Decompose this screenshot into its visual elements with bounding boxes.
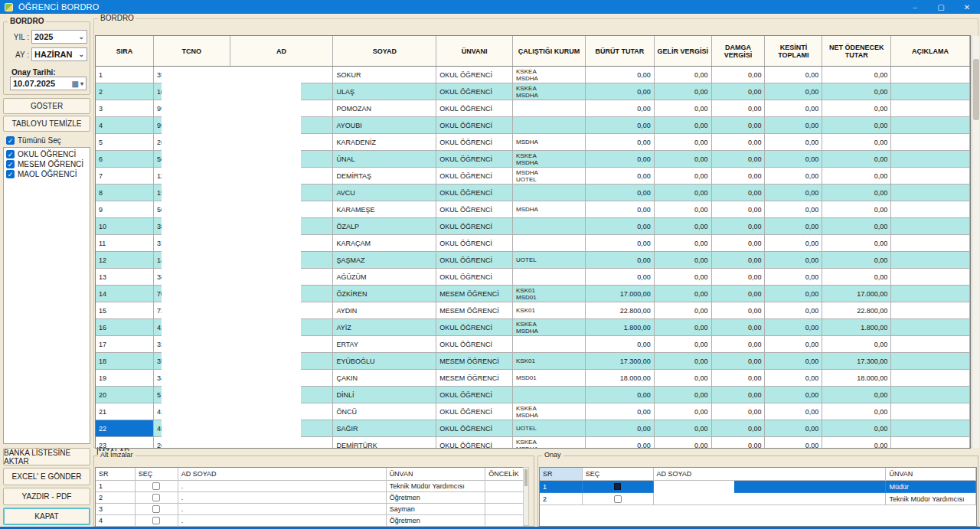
cell-kesinti[interactable]: 0,00: [765, 67, 822, 83]
cell-soyad[interactable]: KARAÇAM: [333, 235, 436, 252]
cell-kurum[interactable]: [513, 218, 586, 235]
maximize-button[interactable]: ▢: [928, 0, 954, 14]
cell-unvan[interactable]: MESEM ÖĞRENCİ: [436, 286, 513, 302]
checkbox-checked-icon[interactable]: ✓: [6, 160, 15, 168]
cell-net[interactable]: 0,00: [822, 134, 891, 151]
cell-aciklama[interactable]: [891, 151, 970, 168]
cell-kesinti[interactable]: 0,00: [765, 437, 822, 448]
cell-soyad[interactable]: AYOUBI: [333, 117, 436, 134]
cell-kesinti[interactable]: 0,00: [765, 235, 822, 252]
cell-kurum[interactable]: KSK01: [513, 302, 586, 319]
cell-unvan[interactable]: Teknik Müdür Yardımcısı: [886, 493, 976, 505]
cell-unvan[interactable]: MESEM ÖĞRENCİ: [436, 353, 513, 370]
goster-button[interactable]: GÖSTER: [3, 98, 90, 114]
cell-sira[interactable]: 1: [96, 67, 154, 83]
table-row[interactable]: 2248SAĞIROKUL ÖĞRENCİUOTEL0,000,000,000,…: [96, 420, 970, 437]
cell-damga[interactable]: 0,00: [712, 67, 766, 83]
cell-gelir[interactable]: 0,00: [655, 370, 712, 387]
cell-aciklama[interactable]: [891, 134, 970, 151]
cell-sira[interactable]: 16: [96, 319, 154, 336]
cell-sira[interactable]: 21: [96, 403, 154, 420]
cell-unvan[interactable]: OKUL ÖĞRENCİ: [436, 437, 513, 448]
column-header[interactable]: SOYAD: [333, 36, 436, 66]
cell-unvan[interactable]: Öğretmen: [387, 515, 486, 527]
cell-unvan[interactable]: MESEM ÖĞRENCİ: [436, 302, 513, 319]
cell-kesinti[interactable]: 0,00: [765, 420, 822, 437]
cell-unvan[interactable]: OKUL ÖĞRENCİ: [436, 201, 513, 218]
cell-aciklama[interactable]: [891, 370, 970, 387]
cell-kurum[interactable]: KSKEA MSDHA: [513, 67, 586, 83]
cell-unvan[interactable]: OKUL ÖĞRENCİ: [436, 269, 513, 286]
cell-sira[interactable]: 6: [96, 151, 154, 168]
cell-net[interactable]: 0,00: [822, 67, 891, 83]
cell-sr[interactable]: 4: [96, 515, 136, 527]
cell-soyad[interactable]: AYİZ: [333, 319, 436, 336]
cell-kurum[interactable]: [513, 100, 586, 117]
yil-select[interactable]: 2025 ⌄: [31, 30, 87, 44]
checkbox-unchecked-icon[interactable]: [152, 505, 160, 513]
cell-brut[interactable]: 17.300,00: [586, 353, 655, 370]
cell-aciklama[interactable]: [891, 420, 970, 437]
cell-kesinti[interactable]: 0,00: [765, 83, 822, 100]
cell-kurum[interactable]: KSK01: [513, 353, 586, 370]
cell-sec[interactable]: [136, 515, 178, 527]
cell-soyad[interactable]: DİNLİ: [333, 387, 436, 403]
cell-kurum[interactable]: KSKEA MSDHA: [513, 83, 586, 100]
cell-kurum[interactable]: MSD01: [513, 370, 586, 387]
cell-brut[interactable]: 0,00: [586, 83, 655, 100]
cell-ad-soyad[interactable]: .: [178, 492, 387, 504]
cell-brut[interactable]: 22.800,00: [586, 302, 655, 319]
checkbox-unchecked-icon[interactable]: [152, 494, 160, 501]
column-header[interactable]: SR: [540, 468, 583, 481]
column-header[interactable]: DAMGA VERGİSİ: [712, 36, 766, 66]
cell-sira[interactable]: 10: [96, 218, 154, 235]
cell-sec[interactable]: [136, 504, 178, 515]
cell-kesinti[interactable]: 0,00: [765, 336, 822, 353]
cell-soyad[interactable]: ERTAY: [333, 336, 436, 353]
cell-brut[interactable]: 0,00: [586, 387, 655, 403]
cell-kurum[interactable]: [513, 184, 586, 201]
cell-kesinti[interactable]: 0,00: [765, 370, 822, 387]
cell-sec[interactable]: [583, 493, 654, 505]
table-row[interactable]: 2Teknik Müdür Yardımcısı: [540, 493, 976, 505]
table-row[interactable]: 1.Teknik Müdür Yardımcısı: [96, 481, 524, 492]
cell-net[interactable]: 0,00: [822, 151, 891, 168]
cell-unvan[interactable]: Öğretmen: [387, 492, 486, 504]
cell-net[interactable]: 22.800,00: [822, 302, 891, 319]
filter-list-item[interactable]: ✓MAOL ÖĞRENCİ: [6, 169, 90, 179]
cell-sr[interactable]: 3: [96, 504, 136, 515]
cell-sira[interactable]: 15: [96, 302, 154, 319]
cell-unvan[interactable]: OKUL ÖĞRENCİ: [436, 67, 513, 83]
cell-ad-soyad[interactable]: .: [178, 515, 387, 527]
table-row[interactable]: 2143ÖNCÜOKUL ÖĞRENCİKSKEA MSDHA0,000,000…: [96, 403, 970, 420]
cell-damga[interactable]: 0,00: [712, 235, 766, 252]
cell-gelir[interactable]: 0,00: [655, 286, 712, 302]
cell-damga[interactable]: 0,00: [712, 117, 766, 134]
cell-brut[interactable]: 0,00: [586, 437, 655, 448]
cell-unvan[interactable]: OKUL ÖĞRENCİ: [436, 252, 513, 269]
table-row[interactable]: 3.Sayman: [96, 504, 524, 515]
cell-sira[interactable]: 14: [96, 286, 154, 302]
cell-kesinti[interactable]: 0,00: [765, 218, 822, 235]
column-header[interactable]: AD SOYAD: [654, 468, 887, 481]
cell-sira[interactable]: 13: [96, 269, 154, 286]
cell-kurum[interactable]: [513, 269, 586, 286]
cell-damga[interactable]: 0,00: [712, 218, 766, 235]
cell-unvan[interactable]: Sayman: [387, 504, 486, 515]
cell-gelir[interactable]: 0,00: [655, 201, 712, 218]
cell-brut[interactable]: 0,00: [586, 134, 655, 151]
checkbox-checked-icon[interactable]: ✓: [6, 170, 15, 178]
cell-damga[interactable]: 0,00: [712, 353, 766, 370]
cell-aciklama[interactable]: [891, 403, 970, 420]
column-header[interactable]: ÜNVAN: [886, 468, 976, 481]
table-row[interactable]: 4.Öğretmen: [96, 515, 524, 527]
cell-damga[interactable]: 0,00: [712, 302, 766, 319]
yazdir-pdf-button[interactable]: YAZDIR - PDF: [3, 488, 90, 505]
filter-list-item[interactable]: ✓OKUL ÖĞRENCİ: [6, 149, 90, 159]
cell-brut[interactable]: 0,00: [586, 117, 655, 134]
cell-sr[interactable]: 2: [96, 492, 136, 504]
cell-kesinti[interactable]: 0,00: [765, 252, 822, 269]
table-row[interactable]: 2326DEMİRTÜRKOKUL ÖĞRENCİKSKEA MSDHA0,00…: [96, 437, 970, 448]
cell-sira[interactable]: 11: [96, 235, 154, 252]
cell-soyad[interactable]: ÜNAL: [333, 151, 436, 168]
